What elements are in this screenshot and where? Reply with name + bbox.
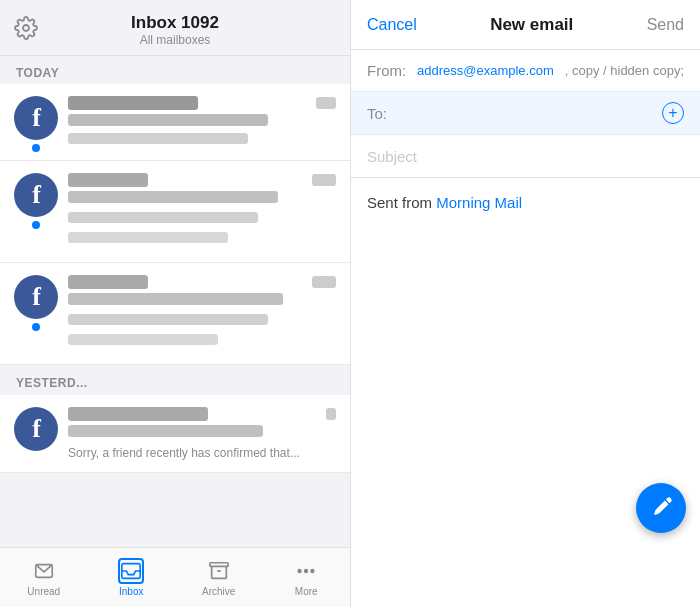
- send-button[interactable]: Send: [647, 16, 684, 34]
- to-field-row[interactable]: To: +: [351, 92, 700, 135]
- email-sender: [68, 173, 148, 187]
- email-subject: [68, 425, 263, 437]
- email-content: [68, 96, 336, 148]
- to-label: To:: [367, 105, 417, 122]
- email-time: [312, 174, 336, 186]
- from-label: From:: [367, 62, 417, 79]
- email-subject: [68, 293, 283, 305]
- email-preview-2: [68, 334, 218, 345]
- compose-fields: From: address@example.com , copy / hidde…: [351, 50, 700, 178]
- unread-dot: [32, 323, 40, 331]
- tab-archive[interactable]: Archive: [175, 552, 263, 603]
- right-panel: Cancel New email Send From: address@exam…: [350, 0, 700, 607]
- email-item[interactable]: f: [0, 263, 350, 365]
- tab-more-label: More: [295, 586, 318, 597]
- email-preview: [68, 212, 258, 223]
- avatar: f: [14, 96, 58, 140]
- today-section-label: TODAY: [0, 56, 350, 84]
- avatar: f: [14, 173, 58, 217]
- archive-icon: [206, 558, 232, 584]
- yesterday-section: YESTERD...: [0, 365, 350, 395]
- email-item[interactable]: f: [0, 84, 350, 161]
- more-icon: [293, 558, 319, 584]
- unread-icon: [31, 558, 57, 584]
- avatar: f: [14, 407, 58, 451]
- inbox-subtitle: All mailboxes: [131, 33, 219, 47]
- inbox-title: Inbox 1092 All mailboxes: [131, 13, 219, 47]
- email-item[interactable]: f: [0, 161, 350, 263]
- inbox-icon: [118, 558, 144, 584]
- email-time: [316, 97, 336, 109]
- cancel-button[interactable]: Cancel: [367, 16, 417, 34]
- tab-more[interactable]: More: [263, 552, 351, 603]
- email-time: [326, 408, 336, 420]
- email-preview: [68, 133, 248, 144]
- yesterday-label: YESTERD...: [16, 376, 88, 390]
- sent-from-text: Sent from Morning Mail: [367, 194, 522, 211]
- inbox-count: Inbox 1092: [131, 13, 219, 33]
- svg-point-6: [311, 570, 314, 573]
- compose-title: New email: [490, 15, 573, 35]
- tab-archive-label: Archive: [202, 586, 235, 597]
- tab-inbox-label: Inbox: [119, 586, 143, 597]
- email-subject: [68, 114, 268, 126]
- left-panel: Inbox 1092 All mailboxes TODAY f: [0, 0, 350, 607]
- unread-dot: [32, 144, 40, 152]
- email-sender: [68, 96, 198, 110]
- subject-input[interactable]: Subject: [367, 148, 684, 165]
- email-list: TODAY f f: [0, 56, 350, 607]
- email-preview: Sorry, a friend recently has confirmed t…: [68, 446, 336, 460]
- unread-dot: [32, 221, 40, 229]
- add-recipient-button[interactable]: +: [662, 102, 684, 124]
- email-content: [68, 173, 336, 250]
- email-time: [312, 276, 336, 288]
- email-subject: [68, 191, 278, 203]
- from-field-row: From: address@example.com , copy / hidde…: [351, 50, 700, 92]
- svg-point-4: [298, 570, 301, 573]
- email-content: [68, 275, 336, 352]
- tab-bar: Unread Inbox Archive: [0, 547, 350, 607]
- left-header: Inbox 1092 All mailboxes: [0, 0, 350, 56]
- email-content: Sorry, a friend recently has confirmed t…: [68, 407, 336, 460]
- from-links: , copy / hidden copy;: [565, 63, 684, 78]
- tab-unread[interactable]: Unread: [0, 552, 88, 603]
- avatar: f: [14, 275, 58, 319]
- subject-field-row[interactable]: Subject: [351, 135, 700, 177]
- tab-inbox[interactable]: Inbox: [88, 552, 176, 603]
- svg-point-5: [305, 570, 308, 573]
- email-sender: [68, 407, 208, 421]
- svg-point-0: [23, 25, 29, 31]
- tab-unread-label: Unread: [27, 586, 60, 597]
- email-item[interactable]: f Sorry, a friend recently has confirmed…: [0, 395, 350, 473]
- morning-mail-link[interactable]: Morning Mail: [436, 194, 522, 211]
- gear-icon[interactable]: [14, 16, 38, 40]
- email-preview-2: [68, 232, 228, 243]
- email-preview: [68, 314, 268, 325]
- compose-body[interactable]: Sent from Morning Mail: [351, 178, 700, 607]
- svg-rect-3: [210, 563, 228, 567]
- from-value: address@example.com: [417, 63, 565, 78]
- compose-header: Cancel New email Send: [351, 0, 700, 50]
- fab-compose-button[interactable]: [636, 483, 686, 533]
- email-sender: [68, 275, 148, 289]
